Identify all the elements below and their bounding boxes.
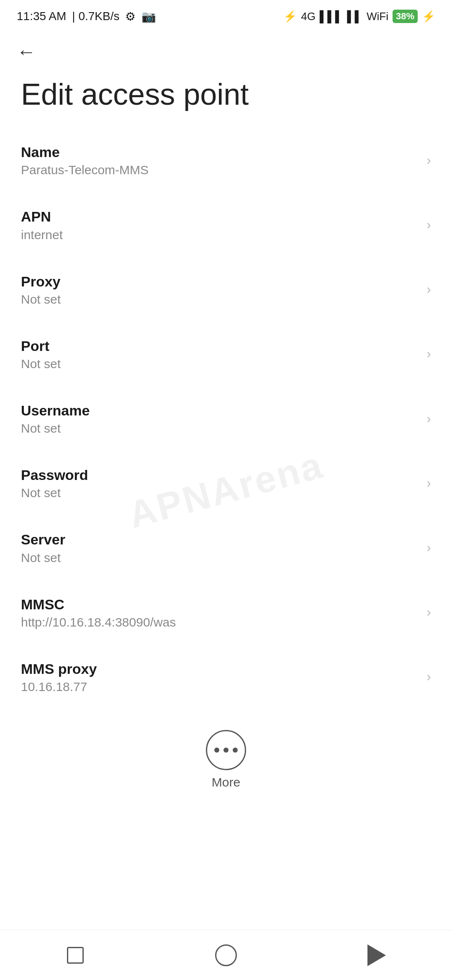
- camera-icon: 📷: [141, 10, 156, 23]
- settings-item-content: Name Paratus-Telecom-MMS: [21, 143, 418, 177]
- settings-item-value: Not set: [21, 292, 418, 307]
- nav-bar: [0, 930, 452, 980]
- settings-item-content: Username Not set: [21, 401, 418, 436]
- settings-item-username[interactable]: Username Not set ›: [21, 386, 431, 451]
- settings-item-content: MMS proxy 10.16.18.77: [21, 660, 418, 694]
- chevron-icon: ›: [426, 346, 431, 361]
- chevron-icon: ›: [426, 475, 431, 491]
- settings-item-password[interactable]: Password Not set ›: [21, 451, 431, 515]
- settings-item-value: Not set: [21, 486, 418, 500]
- chevron-icon: ›: [426, 540, 431, 555]
- settings-item-mms-proxy[interactable]: MMS proxy 10.16.18.77 ›: [21, 645, 431, 709]
- chevron-icon: ›: [426, 669, 431, 684]
- status-left: 11:35 AM | 0.7KB/s ⚙ 📷: [17, 10, 156, 23]
- bluetooth-icon: ⚡: [283, 10, 297, 23]
- settings-item-label: APN: [21, 207, 418, 226]
- recents-icon: [67, 947, 84, 964]
- settings-item-value: Not set: [21, 357, 418, 371]
- settings-item-label: Server: [21, 530, 418, 549]
- settings-item-apn[interactable]: APN internet ›: [21, 192, 431, 257]
- chevron-icon: ›: [426, 281, 431, 297]
- settings-item-label: Name: [21, 143, 418, 161]
- time-display: 11:35 AM: [17, 10, 66, 23]
- settings-item-label: Password: [21, 466, 418, 484]
- chevron-icon: ›: [426, 152, 431, 168]
- settings-list: Name Paratus-Telecom-MMS › APN internet …: [0, 128, 452, 709]
- settings-item-label: Port: [21, 337, 418, 355]
- settings-item-content: MMSC http://10.16.18.4:38090/was: [21, 595, 418, 629]
- status-bar: 11:35 AM | 0.7KB/s ⚙ 📷 ⚡ 4G ▌▌▌ ▌▌ WiFi …: [0, 0, 452, 29]
- more-label: More: [212, 775, 240, 789]
- signal-bars2-icon: ▌▌: [347, 10, 362, 23]
- chevron-icon: ›: [426, 411, 431, 426]
- page-title: Edit access point: [0, 70, 452, 128]
- back-button[interactable]: ←: [17, 42, 36, 61]
- speed-display: | 0.7KB/s: [72, 10, 119, 23]
- home-icon: [215, 944, 237, 966]
- settings-item-mmsc[interactable]: MMSC http://10.16.18.4:38090/was ›: [21, 580, 431, 645]
- settings-item-content: Proxy Not set: [21, 272, 418, 307]
- charging-icon: ⚡: [422, 10, 435, 23]
- settings-item-content: Server Not set: [21, 530, 418, 565]
- settings-item-label: Username: [21, 401, 418, 420]
- settings-item-label: MMS proxy: [21, 660, 418, 678]
- wifi-icon: WiFi: [367, 10, 388, 23]
- settings-item-name[interactable]: Name Paratus-Telecom-MMS ›: [21, 128, 431, 192]
- settings-item-content: Password Not set: [21, 466, 418, 500]
- signal-bars-icon: ▌▌▌: [320, 10, 343, 23]
- settings-item-server[interactable]: Server Not set ›: [21, 515, 431, 580]
- settings-item-port[interactable]: Port Not set ›: [21, 322, 431, 386]
- settings-item-content: Port Not set: [21, 337, 418, 371]
- back-icon: [367, 944, 386, 966]
- settings-item-value: http://10.16.18.4:38090/was: [21, 615, 418, 629]
- settings-item-value: 10.16.18.77: [21, 680, 418, 694]
- chevron-icon: ›: [426, 217, 431, 232]
- nav-recents-button[interactable]: [54, 939, 96, 972]
- settings-item-value: Paratus-Telecom-MMS: [21, 163, 418, 177]
- chevron-icon: ›: [426, 604, 431, 620]
- more-button[interactable]: [206, 730, 246, 770]
- settings-item-label: Proxy: [21, 272, 418, 291]
- more-dots-icon: [214, 748, 238, 753]
- more-section: More: [0, 713, 452, 802]
- settings-icon: ⚙: [125, 10, 136, 23]
- battery-display: 38%: [393, 10, 418, 23]
- settings-item-value: internet: [21, 228, 418, 242]
- settings-item-proxy[interactable]: Proxy Not set ›: [21, 257, 431, 322]
- settings-item-label: MMSC: [21, 595, 418, 614]
- settings-item-content: APN internet: [21, 207, 418, 242]
- status-icons-right: ⚡ 4G ▌▌▌ ▌▌ WiFi 38% ⚡: [283, 10, 435, 23]
- nav-home-button[interactable]: [205, 939, 247, 972]
- nav-back-button[interactable]: [356, 939, 398, 972]
- settings-item-value: Not set: [21, 551, 418, 565]
- settings-item-value: Not set: [21, 421, 418, 436]
- back-area: ←: [0, 29, 452, 70]
- signal-4g-icon: 4G: [301, 10, 316, 23]
